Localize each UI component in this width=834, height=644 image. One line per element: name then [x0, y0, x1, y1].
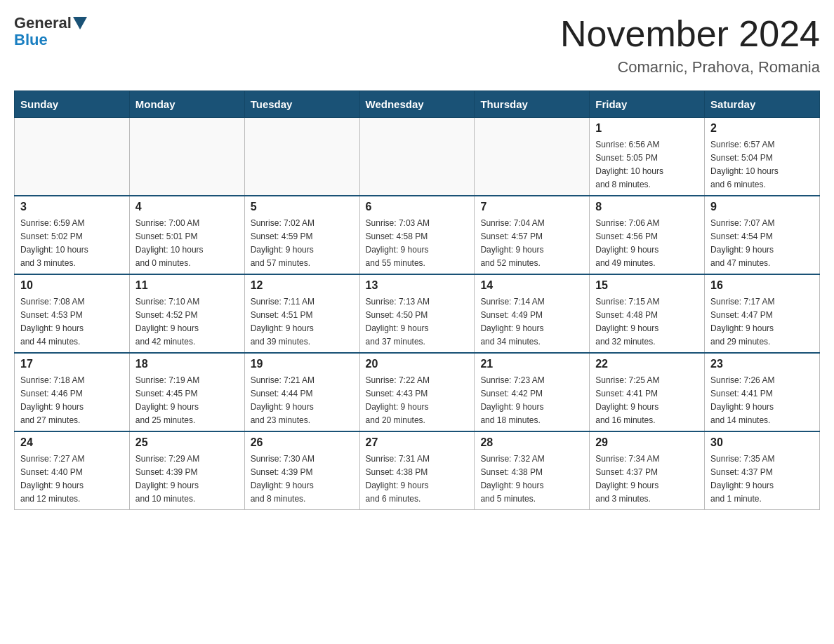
day-info: Sunrise: 7:11 AM Sunset: 4:51 PM Dayligh…	[251, 297, 315, 347]
calendar-cell: 23Sunrise: 7:26 AM Sunset: 4:41 PM Dayli…	[705, 353, 820, 431]
day-number: 6	[366, 201, 469, 213]
week-row-5: 24Sunrise: 7:27 AM Sunset: 4:40 PM Dayli…	[15, 431, 820, 510]
day-info: Sunrise: 6:59 AM Sunset: 5:02 PM Dayligh…	[20, 218, 88, 268]
day-info: Sunrise: 6:57 AM Sunset: 5:04 PM Dayligh…	[710, 140, 779, 189]
calendar-cell: 7Sunrise: 7:04 AM Sunset: 4:57 PM Daylig…	[475, 196, 590, 274]
calendar-cell: 10Sunrise: 7:08 AM Sunset: 4:53 PM Dayli…	[15, 274, 130, 353]
day-info: Sunrise: 7:04 AM Sunset: 4:57 PM Dayligh…	[480, 218, 544, 268]
weekday-header-thursday: Thursday	[475, 91, 590, 118]
calendar-cell: 24Sunrise: 7:27 AM Sunset: 4:40 PM Dayli…	[15, 431, 130, 510]
day-number: 8	[595, 201, 699, 213]
day-info: Sunrise: 7:22 AM Sunset: 4:43 PM Dayligh…	[366, 375, 430, 425]
day-info: Sunrise: 7:21 AM Sunset: 4:44 PM Dayligh…	[251, 375, 315, 425]
day-number: 24	[20, 436, 124, 449]
calendar-cell: 13Sunrise: 7:13 AM Sunset: 4:50 PM Dayli…	[359, 274, 475, 353]
day-number: 25	[135, 436, 239, 449]
day-number: 1	[595, 122, 699, 135]
day-info: Sunrise: 7:25 AM Sunset: 4:41 PM Dayligh…	[595, 375, 659, 425]
location-subtitle: Comarnic, Prahova, Romania	[560, 58, 820, 76]
calendar-cell: 6Sunrise: 7:03 AM Sunset: 4:58 PM Daylig…	[359, 196, 475, 274]
calendar-cell: 18Sunrise: 7:19 AM Sunset: 4:45 PM Dayli…	[129, 353, 244, 431]
day-info: Sunrise: 7:19 AM Sunset: 4:45 PM Dayligh…	[135, 375, 199, 425]
weekday-header-sunday: Sunday	[15, 91, 130, 118]
calendar-cell	[129, 118, 244, 196]
day-number: 21	[480, 358, 583, 370]
week-row-2: 3Sunrise: 6:59 AM Sunset: 5:02 PM Daylig…	[15, 196, 820, 274]
calendar-cell: 22Sunrise: 7:25 AM Sunset: 4:41 PM Dayli…	[590, 353, 705, 431]
day-info: Sunrise: 7:23 AM Sunset: 4:42 PM Dayligh…	[480, 375, 544, 425]
calendar-cell: 28Sunrise: 7:32 AM Sunset: 4:38 PM Dayli…	[475, 431, 590, 510]
calendar-cell: 3Sunrise: 6:59 AM Sunset: 5:02 PM Daylig…	[15, 196, 130, 274]
calendar-cell: 25Sunrise: 7:29 AM Sunset: 4:39 PM Dayli…	[129, 431, 244, 510]
day-info: Sunrise: 7:34 AM Sunset: 4:37 PM Dayligh…	[595, 454, 659, 504]
day-number: 23	[710, 358, 814, 370]
calendar-cell	[15, 118, 130, 196]
page-header: General Blue November 2024 Comarnic, Pra…	[14, 14, 820, 76]
calendar-cell	[244, 118, 359, 196]
day-info: Sunrise: 7:17 AM Sunset: 4:47 PM Dayligh…	[710, 297, 774, 347]
day-number: 5	[251, 201, 354, 213]
weekday-header-saturday: Saturday	[705, 91, 820, 118]
calendar-cell: 11Sunrise: 7:10 AM Sunset: 4:52 PM Dayli…	[129, 274, 244, 353]
calendar-cell: 9Sunrise: 7:07 AM Sunset: 4:54 PM Daylig…	[705, 196, 820, 274]
logo-general-text: General	[14, 14, 72, 32]
calendar-cell: 20Sunrise: 7:22 AM Sunset: 4:43 PM Dayli…	[359, 353, 475, 431]
day-info: Sunrise: 7:07 AM Sunset: 4:54 PM Dayligh…	[710, 218, 774, 268]
day-info: Sunrise: 7:26 AM Sunset: 4:41 PM Dayligh…	[710, 375, 774, 425]
weekday-header-wednesday: Wednesday	[359, 91, 475, 118]
day-info: Sunrise: 7:13 AM Sunset: 4:50 PM Dayligh…	[366, 297, 430, 347]
day-info: Sunrise: 7:14 AM Sunset: 4:49 PM Dayligh…	[480, 297, 544, 347]
day-info: Sunrise: 7:30 AM Sunset: 4:39 PM Dayligh…	[251, 454, 315, 504]
logo-blue-text: Blue	[14, 31, 48, 49]
calendar-cell: 17Sunrise: 7:18 AM Sunset: 4:46 PM Dayli…	[15, 353, 130, 431]
weekday-header-friday: Friday	[590, 91, 705, 118]
day-number: 12	[251, 279, 354, 292]
day-number: 18	[135, 358, 239, 370]
calendar-cell: 5Sunrise: 7:02 AM Sunset: 4:59 PM Daylig…	[244, 196, 359, 274]
day-number: 22	[595, 358, 699, 370]
day-number: 14	[480, 279, 583, 292]
calendar-cell: 4Sunrise: 7:00 AM Sunset: 5:01 PM Daylig…	[129, 196, 244, 274]
calendar-cell: 1Sunrise: 6:56 AM Sunset: 5:05 PM Daylig…	[590, 118, 705, 196]
day-info: Sunrise: 7:08 AM Sunset: 4:53 PM Dayligh…	[20, 297, 84, 347]
day-number: 16	[710, 279, 814, 292]
day-info: Sunrise: 7:03 AM Sunset: 4:58 PM Dayligh…	[366, 218, 430, 268]
calendar-cell: 2Sunrise: 6:57 AM Sunset: 5:04 PM Daylig…	[705, 118, 820, 196]
day-info: Sunrise: 7:15 AM Sunset: 4:48 PM Dayligh…	[595, 297, 659, 347]
day-number: 7	[480, 201, 583, 213]
day-number: 29	[595, 436, 699, 449]
calendar-cell: 12Sunrise: 7:11 AM Sunset: 4:51 PM Dayli…	[244, 274, 359, 353]
day-number: 26	[251, 436, 354, 449]
calendar-cell: 19Sunrise: 7:21 AM Sunset: 4:44 PM Dayli…	[244, 353, 359, 431]
day-number: 4	[135, 201, 239, 213]
calendar-cell: 27Sunrise: 7:31 AM Sunset: 4:38 PM Dayli…	[359, 431, 475, 510]
day-info: Sunrise: 7:31 AM Sunset: 4:38 PM Dayligh…	[366, 454, 430, 504]
calendar-cell: 26Sunrise: 7:30 AM Sunset: 4:39 PM Dayli…	[244, 431, 359, 510]
calendar-cell: 30Sunrise: 7:35 AM Sunset: 4:37 PM Dayli…	[705, 431, 820, 510]
title-section: November 2024 Comarnic, Prahova, Romania	[560, 14, 820, 76]
week-row-1: 1Sunrise: 6:56 AM Sunset: 5:05 PM Daylig…	[15, 118, 820, 196]
day-number: 9	[710, 201, 814, 213]
calendar-cell	[475, 118, 590, 196]
day-number: 2	[710, 122, 814, 135]
day-number: 11	[135, 279, 239, 292]
day-number: 30	[710, 436, 814, 449]
day-info: Sunrise: 7:29 AM Sunset: 4:39 PM Dayligh…	[135, 454, 199, 504]
calendar-cell: 8Sunrise: 7:06 AM Sunset: 4:56 PM Daylig…	[590, 196, 705, 274]
calendar-cell: 15Sunrise: 7:15 AM Sunset: 4:48 PM Dayli…	[590, 274, 705, 353]
logo-arrow-icon	[73, 17, 87, 29]
day-info: Sunrise: 7:27 AM Sunset: 4:40 PM Dayligh…	[20, 454, 84, 504]
day-number: 27	[366, 436, 469, 449]
day-number: 10	[20, 279, 124, 292]
calendar-table: SundayMondayTuesdayWednesdayThursdayFrid…	[14, 90, 820, 510]
weekday-header-tuesday: Tuesday	[244, 91, 359, 118]
weekday-header-row: SundayMondayTuesdayWednesdayThursdayFrid…	[15, 91, 820, 118]
day-number: 17	[20, 358, 124, 370]
day-info: Sunrise: 7:18 AM Sunset: 4:46 PM Dayligh…	[20, 375, 84, 425]
day-number: 13	[366, 279, 469, 292]
calendar-cell: 29Sunrise: 7:34 AM Sunset: 4:37 PM Dayli…	[590, 431, 705, 510]
calendar-cell: 16Sunrise: 7:17 AM Sunset: 4:47 PM Dayli…	[705, 274, 820, 353]
calendar-cell: 14Sunrise: 7:14 AM Sunset: 4:49 PM Dayli…	[475, 274, 590, 353]
day-info: Sunrise: 7:35 AM Sunset: 4:37 PM Dayligh…	[710, 454, 774, 504]
day-number: 19	[251, 358, 354, 370]
